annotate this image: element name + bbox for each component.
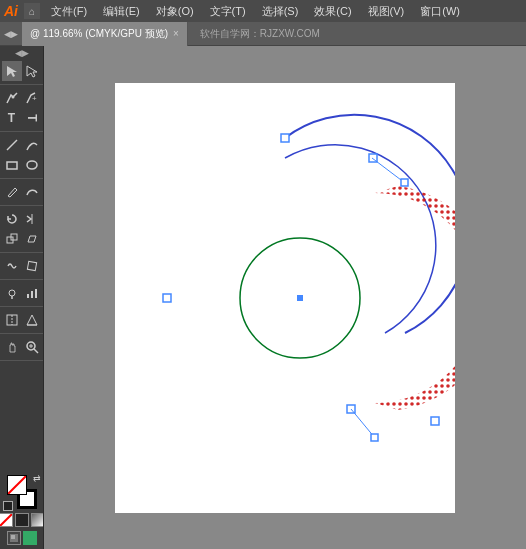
fullscreen-mode-icon[interactable] [23,531,37,545]
pen-tool[interactable] [2,88,22,108]
svg-line-36 [372,158,405,183]
tool-group-slice [0,310,43,334]
tab-label: @ 119.66% (CMYK/GPU 预览) [30,27,168,41]
tool-group-nav [0,337,43,361]
fill-color-box[interactable] [7,475,27,495]
menu-select[interactable]: 选择(S) [259,2,302,21]
svg-rect-5 [7,162,17,169]
menubar: Ai ⌂ 文件(F) 编辑(E) 对象(O) 文字(T) 选择(S) 效果(C)… [0,0,526,22]
tool-group-symbol [0,283,43,307]
menu-window[interactable]: 窗口(W) [417,2,463,21]
main-layout: ◀▶ [0,46,526,549]
menu-object[interactable]: 对象(O) [153,2,197,21]
svg-rect-30 [281,134,289,142]
menu-type[interactable]: 文字(T) [207,2,249,21]
reflect-tool[interactable] [22,209,42,229]
tool-group-draw [0,182,43,206]
svg-rect-11 [27,261,36,270]
select-tool[interactable] [2,61,22,81]
svg-line-4 [7,140,17,150]
artboard [115,83,455,513]
svg-line-7 [15,188,17,190]
menu-file[interactable]: 文件(F) [48,2,90,21]
rect-tool[interactable] [2,155,22,175]
color-section: ⇄ [0,475,43,549]
svg-rect-16 [35,289,37,298]
app-logo: Ai [4,3,18,19]
line-tool[interactable] [2,135,22,155]
svg-rect-38 [401,179,408,186]
ellipse-tool[interactable] [22,155,42,175]
menu-effect[interactable]: 效果(C) [311,2,354,21]
menu-view[interactable]: 视图(V) [365,2,408,21]
zoom-tool[interactable] [22,337,42,357]
tool-group-selection [0,61,43,85]
svg-rect-39 [371,434,378,441]
rotate-tool[interactable] [2,209,22,229]
perspective-tool[interactable] [22,310,42,330]
svg-line-21 [34,349,38,353]
free-transform-tool[interactable] [22,256,42,276]
tool-group-pen: + T T [0,88,43,132]
svg-rect-14 [27,294,29,298]
svg-rect-34 [431,417,439,425]
tab-active[interactable]: @ 119.66% (CMYK/GPU 预览) × [22,22,188,46]
screen-mode-icons [7,531,37,545]
add-anchor-tool[interactable]: + [22,88,42,108]
warp-tool[interactable] [2,256,22,276]
svg-line-25 [0,514,12,526]
canvas-area[interactable] [44,46,526,549]
svg-rect-15 [31,291,33,298]
svg-rect-32 [163,294,171,302]
shear-tool[interactable] [22,229,42,249]
tab-close-button[interactable]: × [173,28,179,39]
normal-mode-icon[interactable] [7,531,21,545]
svg-rect-27 [11,535,15,539]
fill-stroke-selector[interactable]: ⇄ [5,475,39,509]
gradient-icon[interactable] [31,513,45,527]
arc-tool[interactable] [22,135,42,155]
tool-group-shape [0,135,43,179]
svg-marker-1 [27,66,37,77]
hand-tool[interactable] [2,337,22,357]
chart-tool[interactable] [22,283,42,303]
color-mode-icons [0,513,44,527]
menu-items: 文件(F) 编辑(E) 对象(O) 文字(T) 选择(S) 效果(C) 视图(V… [48,2,463,21]
scale-tool[interactable] [2,229,22,249]
tab-watermark: 软件自学网：RJZXW.COM [188,27,332,41]
svg-line-24 [8,476,26,494]
solid-color-icon[interactable] [0,513,13,527]
tab-arrows[interactable]: ◀▶ [0,29,22,39]
type-tool[interactable]: T [2,108,22,128]
vertical-type-tool[interactable]: T [22,108,42,128]
tool-group-warp [0,256,43,280]
smooth-tool[interactable] [22,182,42,202]
svg-canvas [115,83,455,513]
svg-text:+: + [32,94,37,103]
home-icon[interactable]: ⌂ [24,3,40,19]
svg-point-12 [9,290,15,296]
menu-edit[interactable]: 编辑(E) [100,2,143,21]
toolbar: ◀▶ [0,46,44,549]
symbol-tool[interactable] [2,283,22,303]
swap-colors-icon[interactable]: ⇄ [33,473,41,483]
pencil-tool[interactable] [2,182,22,202]
svg-point-6 [27,161,37,169]
tabbar: ◀▶ @ 119.66% (CMYK/GPU 预览) × 软件自学网：RJZXW… [0,22,526,46]
svg-rect-35 [297,295,303,301]
toolbar-collapse[interactable]: ◀▶ [15,48,29,58]
no-color-icon[interactable] [15,513,29,527]
svg-point-2 [11,96,14,99]
direct-select-tool[interactable] [22,61,42,81]
default-colors-icon[interactable] [3,501,13,511]
svg-marker-0 [7,66,17,77]
tool-group-transform [0,209,43,253]
slice-tool[interactable] [2,310,22,330]
